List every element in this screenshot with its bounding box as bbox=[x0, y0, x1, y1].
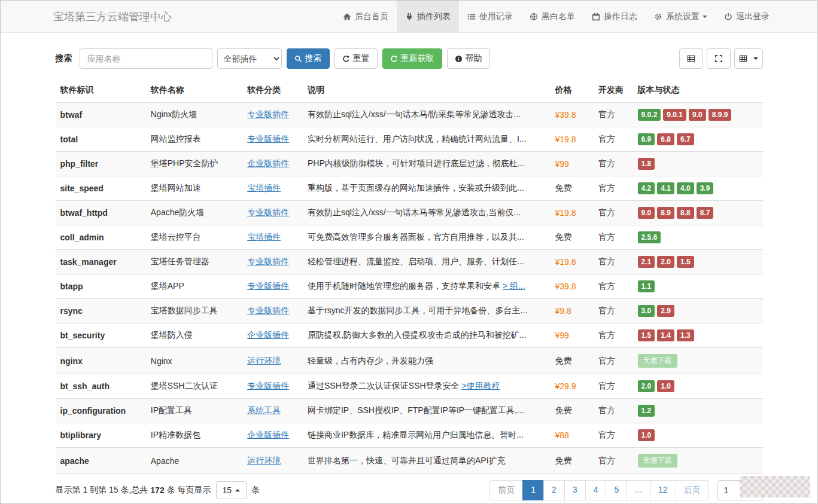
page-size-select[interactable]: 15 bbox=[216, 481, 247, 499]
cell-plugin-name: Nginx防火墙 bbox=[146, 103, 242, 127]
version-badge[interactable]: 1.5 bbox=[638, 329, 655, 341]
category-link[interactable]: 专业版插件 bbox=[247, 256, 289, 266]
calendar-icon bbox=[592, 13, 600, 21]
page-item[interactable]: 前页 bbox=[489, 480, 523, 500]
category-link[interactable]: 专业版插件 bbox=[247, 207, 289, 217]
table-row: php_filter堡塔PHP安全防护企业版插件PHP内核级防御模块，可针对项目… bbox=[56, 152, 763, 176]
plugin-table-body: btwafNginx防火墙专业版插件有效防止sql注入/xss/一句话木马/防采… bbox=[56, 103, 763, 474]
category-link[interactable]: 企业版插件 bbox=[247, 430, 289, 439]
page-item[interactable]: 3 bbox=[564, 480, 586, 500]
search-label: 搜索 bbox=[56, 53, 72, 64]
cell-plugin-id: btiplibrary bbox=[56, 423, 146, 448]
nav-item-system-settings[interactable]: 系统设置 bbox=[646, 1, 716, 32]
version-badge[interactable]: 2.9 bbox=[657, 305, 674, 317]
version-badge[interactable]: 无需下载 bbox=[638, 454, 677, 468]
version-badge[interactable]: 6.9 bbox=[638, 133, 655, 145]
cell-price: 免费 bbox=[550, 348, 594, 374]
category-link[interactable]: 专业版插件 bbox=[247, 134, 289, 143]
version-badge[interactable]: 1.5 bbox=[677, 256, 694, 268]
description-link[interactable]: >使用教程 bbox=[461, 381, 500, 390]
category-link[interactable]: 系统工具 bbox=[247, 405, 281, 415]
description-link[interactable]: > 组... bbox=[503, 281, 525, 291]
category-link[interactable]: 专业版插件 bbox=[247, 306, 289, 315]
nav-item-operation-log[interactable]: 操作日志 bbox=[583, 1, 646, 32]
version-badge[interactable]: 6.7 bbox=[677, 133, 694, 145]
reset-button[interactable]: 重置 bbox=[335, 48, 378, 69]
category-link[interactable]: 企业版插件 bbox=[247, 158, 289, 168]
search-button[interactable]: 搜索 bbox=[287, 48, 330, 69]
version-badge[interactable]: 2.0 bbox=[657, 256, 674, 268]
cell-category: 专业版插件 bbox=[242, 103, 303, 127]
page-item[interactable]: 5 bbox=[606, 480, 627, 500]
nav-item-plugin-list[interactable]: 插件列表 bbox=[397, 1, 459, 32]
category-link[interactable]: 运行环境 bbox=[247, 356, 281, 365]
cell-description: 可免费高效管理多台服务器面板，官方自用推荐，以及其... bbox=[303, 225, 550, 250]
version-badge[interactable]: 9.0.2 bbox=[638, 109, 661, 121]
cell-price: ¥19.8 bbox=[550, 201, 594, 225]
refresh-button[interactable]: 重新获取 bbox=[382, 48, 442, 69]
blurred-button[interactable] bbox=[740, 476, 810, 497]
version-badge[interactable]: 3.9 bbox=[697, 182, 714, 194]
version-badge[interactable]: 9.0 bbox=[689, 109, 706, 121]
version-badge[interactable]: 4.2 bbox=[638, 182, 655, 194]
cell-category: 专业版插件 bbox=[242, 274, 303, 299]
nav-item-usage-log[interactable]: 使用记录 bbox=[459, 1, 521, 32]
cell-price: ¥39.8 bbox=[550, 274, 594, 299]
page-item[interactable]: 2 bbox=[543, 480, 565, 500]
pagination-controls: 前页12345...12后页 bbox=[489, 480, 762, 500]
search-input[interactable] bbox=[80, 48, 212, 69]
category-link[interactable]: 运行环境 bbox=[247, 456, 281, 465]
cell-plugin-name: 堡塔APP bbox=[146, 274, 242, 299]
nav-item-blacklist[interactable]: 黑白名单 bbox=[521, 1, 583, 32]
category-filter-select[interactable]: 全部插件 bbox=[217, 48, 282, 69]
category-link[interactable]: 宝塔插件 bbox=[247, 183, 281, 193]
version-badge[interactable]: 1.8 bbox=[638, 158, 655, 170]
page-item[interactable]: 4 bbox=[585, 480, 607, 500]
cell-description: 轻松管理进程、流量监控、启动项、用户、服务、计划任... bbox=[303, 250, 550, 274]
version-badge[interactable]: 2.0 bbox=[638, 380, 655, 392]
cell-vendor: 官方 bbox=[594, 374, 633, 399]
page-item[interactable]: 12 bbox=[650, 480, 676, 500]
nav-item-logout[interactable]: 退出登录 bbox=[716, 1, 778, 32]
page-item[interactable]: 1 bbox=[522, 480, 544, 500]
version-badge[interactable]: 8.8 bbox=[677, 207, 694, 219]
version-badge[interactable]: 2.1 bbox=[638, 256, 655, 268]
fullscreen-button[interactable] bbox=[707, 48, 731, 69]
help-button[interactable]: 帮助 bbox=[447, 48, 490, 69]
version-badge[interactable]: 8.9.9 bbox=[708, 109, 732, 121]
cell-plugin-id: bt_security bbox=[56, 323, 146, 348]
category-link[interactable]: 专业版插件 bbox=[247, 109, 289, 119]
version-badge[interactable]: 9.0 bbox=[638, 207, 655, 219]
category-link[interactable]: 宝塔插件 bbox=[247, 232, 281, 242]
category-link[interactable]: 专业版插件 bbox=[247, 281, 289, 291]
cell-versions: 9.0.29.0.19.08.9.9 bbox=[633, 103, 763, 127]
version-badge[interactable]: 4.0 bbox=[677, 182, 694, 194]
view-toggle-button[interactable] bbox=[679, 48, 703, 69]
nav-item-dashboard[interactable]: 后台首页 bbox=[335, 1, 397, 32]
version-badge[interactable]: 2.5.6 bbox=[638, 231, 661, 243]
version-badge[interactable]: 1.0 bbox=[638, 429, 655, 441]
category-link[interactable]: 专业版插件 bbox=[247, 381, 289, 390]
version-badge[interactable]: 1.0 bbox=[657, 380, 674, 392]
cell-vendor: 官方 bbox=[594, 423, 633, 448]
nav-item-label: 系统设置 bbox=[666, 11, 700, 22]
version-badge[interactable]: 4.1 bbox=[657, 182, 674, 194]
table-row: btwafNginx防火墙专业版插件有效防止sql注入/xss/一句话木马/防采… bbox=[56, 103, 763, 127]
version-badge[interactable]: 6.8 bbox=[657, 133, 674, 145]
version-badge[interactable]: 1.2 bbox=[638, 405, 655, 417]
version-badge[interactable]: 8.7 bbox=[697, 207, 714, 219]
version-badge[interactable]: 8.9 bbox=[657, 207, 674, 219]
home-icon bbox=[343, 13, 351, 21]
cell-description: PHP内核级防御模块，可针对项目进行底层过滤，彻底杜... bbox=[303, 152, 550, 176]
version-badge[interactable]: 无需下载 bbox=[638, 354, 677, 368]
version-badge[interactable]: 1.3 bbox=[677, 329, 694, 341]
page-item[interactable]: 后页 bbox=[676, 480, 709, 500]
version-badge[interactable]: 1.1 bbox=[638, 280, 655, 292]
version-badge[interactable]: 1.4 bbox=[657, 329, 674, 341]
columns-button[interactable] bbox=[734, 48, 763, 69]
version-badge[interactable]: 9.0.1 bbox=[663, 109, 686, 121]
version-badge[interactable]: 3.0 bbox=[638, 305, 655, 317]
page-item[interactable]: ... bbox=[627, 480, 650, 500]
cell-versions: 1.8 bbox=[633, 152, 763, 176]
category-link[interactable]: 企业版插件 bbox=[247, 330, 289, 340]
